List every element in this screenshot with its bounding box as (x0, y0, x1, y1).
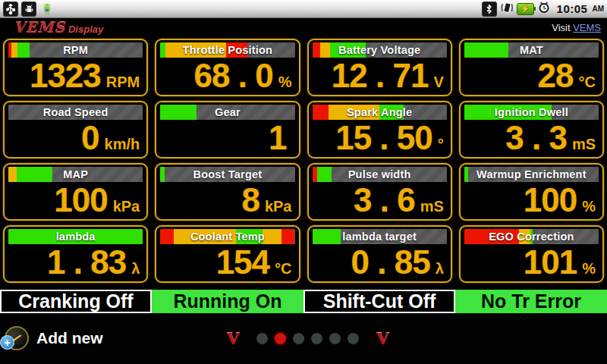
gauge-title: MAT (464, 42, 599, 58)
vems-link[interactable]: VEMS (573, 22, 601, 33)
usb-icon (3, 2, 18, 17)
vems-logo: VEMS Display (14, 20, 103, 35)
gauge-cell[interactable]: RPM 1323 RPM (3, 39, 148, 96)
gauge-cell[interactable]: Ignition Dwell 3 . 3 mS (459, 101, 604, 158)
gauge-cell[interactable]: Road Speed 0 km/h (3, 101, 148, 158)
gauge-cell[interactable]: lambda 1 . 83 λ (3, 225, 148, 283)
gauge-cell[interactable]: Spark Angle 15 . 50 ° (307, 101, 452, 158)
gauge-value: 154 (216, 246, 269, 278)
gauge-value: 3 . 6 (354, 184, 415, 216)
gauge-unit: V (433, 74, 443, 91)
gauge-title: Throttle Position (160, 42, 294, 58)
gauge-bar: Warmup Enrichment (464, 167, 599, 182)
status-button-cranking-off[interactable]: Cranking Off (0, 290, 152, 313)
gauge-value-row: 100 kPa (8, 184, 143, 218)
gauge-title: Ignition Dwell (464, 105, 599, 120)
gauge-bar: EGO Correction (464, 229, 599, 244)
vibrate-icon (500, 2, 514, 17)
gauge-unit: kPa (265, 198, 292, 215)
gauge-bar: Spark Angle (313, 105, 447, 120)
gauge-unit: °C (275, 260, 291, 278)
gauge-cell[interactable]: MAT 28 °C (459, 39, 604, 96)
gauge-value-row: 1323 RPM (8, 60, 143, 93)
page-dot-6 (348, 333, 359, 344)
gauge-bar: Gear (160, 105, 294, 120)
gauge-title: RPM (8, 42, 143, 58)
status-button-running-on[interactable]: Running On (152, 290, 304, 313)
gauge-cell[interactable]: Gear 1 (155, 101, 300, 158)
vems-logo-main: VEMS (14, 20, 65, 35)
status-bar-right: ⚡ 10:05 AM (482, 1, 604, 17)
gauge-unit: ° (438, 136, 444, 153)
page-dot-4 (311, 333, 322, 344)
gauge-unit: mS (420, 198, 444, 215)
gauge-cell[interactable]: Throttle Position 68 . 0 % (155, 39, 300, 96)
gauge-value: 0 . 85 (351, 246, 430, 278)
gauge-cell[interactable]: MAP 100 kPa (3, 163, 148, 221)
gauge-value: 1 . 83 (47, 246, 126, 278)
gauge-value: 0 (81, 122, 99, 154)
vems-v-icon-right: V (376, 331, 388, 347)
gauge-value-row: 3 . 3 mS (464, 122, 599, 155)
gauge-cell[interactable]: Boost Target 8 kPa (155, 163, 300, 221)
gauge-unit: °C (579, 74, 596, 91)
add-new-button[interactable]: + Add new (5, 326, 103, 350)
gauge-bar: Ignition Dwell (464, 105, 599, 120)
gauge-bar: MAT (464, 42, 599, 58)
gauge-unit: % (278, 74, 292, 91)
gauge-unit: kPa (113, 198, 140, 215)
visit-vems: Visit VEMS (552, 22, 601, 33)
status-bar-clock: 10:05 (557, 2, 588, 15)
gauge-cell[interactable]: Pulse width 3 . 6 mS (307, 163, 452, 221)
gauge-value-row: 12 . 71 V (313, 60, 447, 93)
gauge-cell[interactable]: Warmup Enrichment 100 % (459, 163, 604, 221)
gauge-value-row: 0 . 85 λ (313, 246, 447, 280)
gauge-title: Battery Voltage (313, 42, 447, 58)
gauge-value-row: 1 (160, 122, 294, 155)
gauge-bar: Pulse width (313, 167, 447, 182)
page-indicator[interactable]: V V (216, 331, 400, 347)
visit-text: Visit (552, 22, 573, 33)
gauge-title: Boost Target (160, 167, 294, 182)
bluetooth-icon (482, 2, 497, 17)
page-dot-3 (293, 333, 304, 344)
status-bar-left (3, 2, 55, 17)
bottom-bar: + Add new V V (0, 317, 607, 364)
gauge-cell[interactable]: Coolant Temp 154 °C (155, 225, 300, 283)
gauge-bar: Boost Target (160, 167, 294, 182)
gauge-value-row: 154 °C (160, 246, 294, 280)
gauge-cell[interactable]: Battery Voltage 12 . 71 V (307, 39, 452, 96)
gauge-value: 100 (524, 184, 577, 216)
gauge-value: 28 (538, 60, 574, 92)
page-dot-2 (275, 333, 286, 344)
gauge-value: 15 . 50 (335, 122, 432, 154)
alarm-clock-icon (537, 1, 551, 17)
gauge-value-row: 8 kPa (160, 184, 294, 218)
page-dot-5 (329, 333, 341, 344)
gauge-title: MAP (8, 167, 143, 182)
battery-charging-icon: ⚡ (517, 3, 534, 15)
gauge-value-row: 68 . 0 % (160, 60, 294, 93)
gauge-grid: RPM 1323 RPM Throttle Position 68 . 0 % … (0, 36, 607, 283)
gauge-value: 12 . 71 (332, 60, 429, 92)
gauge-title: Spark Angle (313, 105, 447, 120)
adb-icon (21, 2, 36, 17)
page-dot-1 (256, 333, 268, 344)
gauge-title: Warmup Enrichment (464, 167, 599, 182)
gauge-value: 1 (269, 122, 286, 154)
gauge-value: 100 (54, 184, 107, 216)
gauge-bar: Road Speed (8, 105, 143, 120)
gauge-unit: % (582, 198, 596, 215)
page-dots (256, 333, 359, 344)
gauge-bar: Coolant Temp (160, 229, 294, 244)
status-button-shift-cut-off[interactable]: Shift-Cut Off (304, 290, 455, 313)
gauge-cell[interactable]: EGO Correction 101 % (459, 225, 604, 283)
gauge-value: 101 (524, 246, 577, 278)
gauge-unit: RPM (106, 74, 140, 91)
gauge-bar: lambda target (313, 229, 447, 244)
android-status-bar: ⚡ 10:05 AM (0, 0, 607, 18)
status-button-no-tr-error[interactable]: No Tr Error (455, 290, 607, 313)
gauge-title: Coolant Temp (160, 229, 294, 244)
gauge-cell[interactable]: lambda target 0 . 85 λ (307, 225, 452, 283)
plus-badge-icon: + (0, 335, 14, 350)
